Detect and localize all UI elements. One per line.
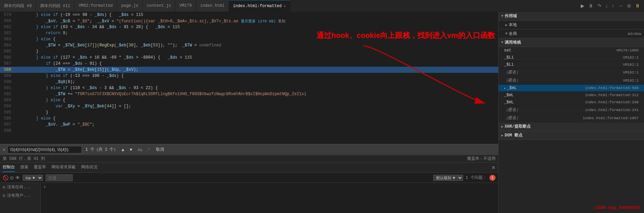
line-number: 594	[0, 103, 15, 109]
code-line-593: 593 } else {	[0, 97, 498, 103]
callstack-item-sml1[interactable]: ● _$mL index.html:formatted:588	[499, 85, 644, 92]
search-regex-button[interactable]: .*	[145, 147, 151, 152]
code-line-596: 596 } else {	[0, 115, 498, 122]
bottom-panel-close-button[interactable]: ✕	[491, 165, 496, 170]
step-into-button[interactable]: ↓	[604, 2, 609, 9]
tab-pagejs[interactable]: page.js	[117, 0, 142, 12]
console-item-no-user: ◎ 没有用户...	[0, 191, 40, 200]
code-line-582: 582 return 9;	[0, 30, 498, 36]
call-stack-func-name: （匿名）	[504, 69, 622, 75]
console-controls: 🚫 ⊙ 👁	[3, 175, 20, 180]
callstack-item-anon2[interactable]: （匿名） VM182:1	[499, 77, 644, 85]
status-bar: 第 588 行，第 41 列 覆盖率：不适用	[0, 155, 498, 162]
console-filter-input[interactable]	[46, 174, 73, 181]
line-content: }	[15, 109, 498, 115]
local-section-header[interactable]: ▶ 本地	[499, 21, 644, 29]
show-more-link[interactable]: 显示更多 (279 kB)	[241, 19, 276, 23]
code-line-583: 583 } else {	[0, 36, 498, 42]
call-stack-location: index.html:formatted:1057	[583, 116, 639, 120]
search-prev-button[interactable]: ▲	[120, 147, 126, 152]
call-stack-func-name: _$Li	[504, 62, 622, 67]
tab-contentjs[interactable]: content.js	[143, 0, 176, 12]
step-over-button[interactable]: ↷	[596, 2, 603, 9]
call-stack-func-name: _$mL	[504, 93, 584, 98]
tab-indexhtml-formatted[interactable]: index.html:formatted ✕	[229, 0, 290, 12]
callstack-item-anon1[interactable]: （匿名） VM182:1	[499, 68, 644, 77]
tab-script11[interactable]: 脚本代码段 #11	[36, 0, 75, 12]
dom-section-header[interactable]: ▶ DOM 断点	[499, 131, 644, 140]
callstack-item-anon4[interactable]: （匿名） index.html:formatted:1057	[499, 114, 644, 122]
level-selector[interactable]: 默认级别 ▼	[433, 175, 463, 181]
pause-button[interactable]: ⏸	[587, 2, 595, 9]
callstack-item-sml3[interactable]: _$mL index.html:formatted:298	[499, 99, 644, 106]
callstack-item-set[interactable]: set VM179:1005	[499, 47, 644, 54]
coverage-info: 覆盖率：不适用	[467, 156, 496, 162]
callstack-item-li1[interactable]: _$Li VM182:1	[499, 54, 644, 61]
tab-indexhtml[interactable]: index.html	[196, 0, 229, 12]
console-content: ◎ 没有任何... ◎ 没有用户... ›	[0, 183, 498, 213]
line-number: 597	[0, 122, 15, 128]
right-panel: ▼ 作用域 ▶ 本地 ▼ 全局 Window ▼ 调用堆栈	[499, 12, 644, 213]
resume-button[interactable]: ▶	[579, 2, 586, 9]
tab-label: index.html:formatted	[233, 4, 282, 8]
console-right: 默认级别 ▼ 1 个问题： 1	[433, 175, 496, 181]
line-content: _$xV. _$wP = "_$$C";	[15, 122, 498, 128]
callstack-item-anon3[interactable]: （匿名） index.html:formatted:241	[499, 106, 644, 114]
line-content: return 9;	[15, 30, 498, 36]
code-table: 579 } else if (-19 === 98 - _$ds) { _$ds…	[0, 12, 498, 134]
debug-toolbar: ▶ ⏸ ↷ ↓ ↑ → ⊘ ⏸	[577, 2, 644, 9]
copy-button[interactable]: 复制	[278, 19, 285, 24]
code-line-598: 598	[0, 128, 498, 134]
code-line-588: 588 _$TW = _$Xe[_$eb[15]](_$Up, _$xV);	[0, 67, 498, 73]
line-number: 593	[0, 97, 15, 103]
step-button[interactable]: →	[617, 2, 624, 9]
search-close-icon[interactable]: ✕	[3, 147, 5, 152]
scope-section-header[interactable]: ▼ 作用域	[499, 12, 644, 21]
tab-network-conditions[interactable]: 网络状况	[81, 163, 97, 172]
deactivate-button[interactable]: ⊘	[626, 2, 632, 9]
global-collapse-icon: ▼	[505, 32, 507, 36]
console-toggle-button[interactable]: ⊙	[10, 175, 14, 180]
call-stack-func-name: _$Li	[504, 55, 622, 60]
line-content: var _$Xy = _$Yq[_$eb[44]] = [];	[15, 103, 498, 109]
search-case-sensitive-button[interactable]: Aa	[136, 147, 144, 152]
tab-label: 脚本代码段 #11	[40, 3, 70, 9]
context-selector[interactable]: top ▼	[23, 175, 43, 181]
issues-count-badge[interactable]: 1	[489, 175, 496, 181]
global-section-header[interactable]: ▼ 全局 Window	[499, 29, 644, 38]
callstack-item-sml2[interactable]: _$mL index.html:formatted:312	[499, 92, 644, 99]
tab-coverage[interactable]: 覆盖率	[34, 163, 46, 172]
console-eye-button[interactable]: 👁	[15, 175, 20, 180]
call-stack-location: index.html:formatted:298	[585, 100, 639, 104]
tab-network-block[interactable]: 网络请求屏蔽	[51, 163, 76, 172]
search-cancel-button[interactable]: 取消	[156, 147, 164, 152]
search-next-button[interactable]: ▼	[128, 147, 134, 152]
tab-script9[interactable]: 脚本代码段 #9	[0, 0, 36, 12]
line-number: 586	[0, 55, 15, 61]
code-scroll-area[interactable]: 579 } else if (-19 === 98 - _$ds) { _$ds…	[0, 12, 498, 144]
tab-vm179[interactable]: VM179	[176, 0, 196, 12]
console-clear-button[interactable]: 🚫	[3, 175, 8, 180]
tab-close-icon[interactable]: ✕	[284, 4, 286, 8]
tab-vm82[interactable]: VM82:formatted	[74, 0, 117, 12]
tab-console[interactable]: 控制台	[3, 163, 15, 172]
callstack-item-li2[interactable]: _$Li VM182:1	[499, 61, 644, 68]
cursor-position: 第 588 行，第 41 列	[3, 156, 45, 162]
tab-label: page.js	[121, 3, 138, 8]
xhr-section-header[interactable]: ▶ XHR/提取断点	[499, 122, 644, 131]
callstack-section-header[interactable]: ▼ 调用堆栈	[499, 38, 644, 47]
line-number: 579	[0, 12, 15, 18]
tab-bar: 脚本代码段 #9 脚本代码段 #11 VM82:formatted page.j…	[0, 0, 644, 12]
code-line-580: 580 _$xV. _$cB = "_$X"; __$xV = "(functi…	[0, 18, 498, 24]
tab-search[interactable]: 搜索	[20, 163, 28, 172]
code-line-581: 581 } else if (83 < _$ds - 34 && _$ds - …	[0, 24, 498, 30]
search-input[interactable]	[7, 146, 82, 153]
code-line-584: 584 _$TW = _$TW[_$eb[17]](RegExp(_$eb[30…	[0, 42, 498, 48]
code-line-592: 592 _$TW += "f0R7ssG7tF3X$CNXVQsEcr7h$1q…	[0, 91, 498, 97]
step-out-button[interactable]: ↑	[611, 2, 616, 9]
local-collapse-icon: ▶	[505, 23, 507, 27]
pause-exceptions-button[interactable]: ⏸	[634, 2, 641, 9]
call-stack-func-name: set	[504, 48, 615, 53]
line-number: 580	[0, 18, 15, 24]
item-label: 没有用户...	[7, 193, 31, 198]
